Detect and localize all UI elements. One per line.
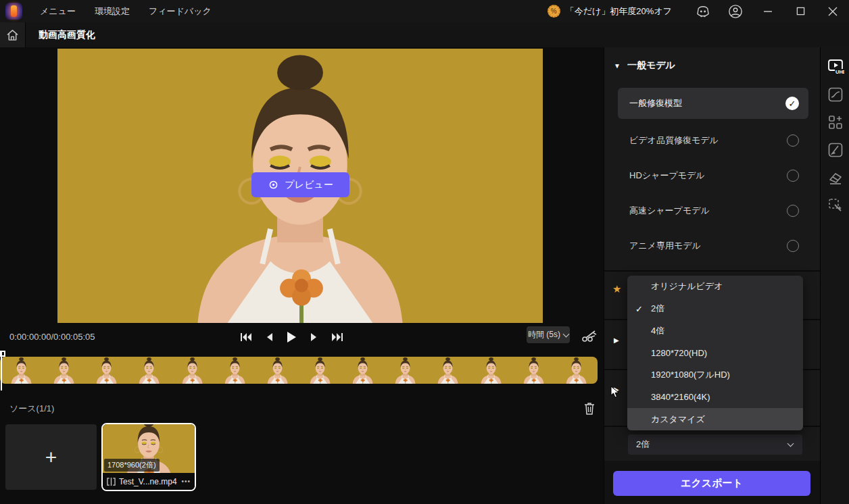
radio-icon (787, 134, 799, 147)
rail-video-enhance-icon[interactable]: UHD (827, 58, 844, 76)
model-label: HDシャープモデル (629, 170, 705, 182)
dropdown-option-label: 1280*720(HD) (651, 348, 707, 358)
dropdown-option-original[interactable]: オリジナルビデオ (627, 276, 803, 298)
model-option-hd-sharp[interactable]: HDシャープモデル (618, 162, 808, 189)
collapsed-section-arrow-icon[interactable]: ▶ (614, 336, 619, 344)
source-filename: Test_V...ne.mp4 (119, 477, 177, 486)
app-logo-icon (5, 3, 22, 20)
source-thumbnail: 1708*960(2倍) (103, 424, 195, 473)
model-option-video-quality[interactable]: ビデオ品質修復モデル (618, 127, 808, 154)
discount-badge-icon: % (548, 5, 560, 18)
prev-frame-button[interactable] (266, 332, 273, 342)
settings-menu-button[interactable]: 環境設定 (85, 5, 139, 18)
dropdown-option-2x[interactable]: ✓2倍 (627, 298, 803, 320)
maximize-button[interactable] (792, 3, 808, 20)
resolution-dropdown-menu: オリジナルビデオ ✓2倍 4倍 1280*720(HD) 1920*1080(フ… (627, 276, 803, 430)
dropdown-option-label: 3840*2160(4K) (651, 392, 710, 402)
delete-source-button[interactable] (583, 401, 598, 416)
account-icon[interactable] (727, 3, 744, 20)
dropdown-option-4k[interactable]: 3840*2160(4K) (627, 386, 803, 409)
rail-eraser-icon[interactable] (827, 169, 844, 186)
dropdown-option-label: 1920*1080(フルHD) (651, 369, 730, 381)
timeline-filmstrip[interactable] (0, 357, 598, 384)
feedback-menu-button[interactable]: フィードバック (139, 5, 221, 18)
model-label: アニメ専用モデル (629, 240, 701, 252)
next-frame-button[interactable] (310, 332, 318, 342)
skip-start-button[interactable] (240, 332, 252, 342)
model-option-general-repair[interactable]: 一般修復模型 ✓ (618, 88, 808, 119)
svg-text:UHD: UHD (835, 69, 844, 75)
mouse-cursor (610, 386, 620, 398)
trim-scissors-button[interactable] (580, 327, 599, 345)
transport-controls (240, 323, 343, 351)
app-window: メニュー 環境設定 フィードバック % 「今だけ」初年度20%オフ (0, 0, 849, 504)
timecode: 0:00:00:00/0:00:05:05 (9, 323, 95, 351)
home-button[interactable] (0, 22, 26, 47)
interval-dropdown[interactable]: 時間 (5s) (527, 326, 570, 343)
plus-icon: + (45, 446, 57, 469)
skip-end-button[interactable] (331, 332, 343, 342)
dropdown-option-720p[interactable]: 1280*720(HD) (627, 342, 803, 364)
model-option-anime[interactable]: アニメ専用モデル (618, 232, 808, 259)
rail-colorize-icon[interactable] (827, 141, 844, 159)
more-options-icon[interactable]: ••• (181, 478, 191, 485)
divider (604, 270, 821, 272)
scale-select-value: 2倍 (636, 438, 650, 451)
preview-button-label: プレビュー (285, 179, 333, 191)
model-label: ビデオ品質修復モデル (629, 134, 719, 147)
feature-rail: UHD (820, 47, 849, 504)
rail-frame-interpolation-icon[interactable] (827, 114, 844, 131)
menu-button[interactable]: メニュー (30, 5, 85, 18)
check-icon: ✓ (635, 304, 643, 314)
export-button[interactable]: エクスポート (613, 471, 810, 496)
dropdown-option-custom[interactable]: カスタマイズ (627, 408, 803, 430)
chevron-down-icon (787, 440, 794, 447)
play-button[interactable] (287, 331, 297, 343)
radio-icon (787, 240, 799, 252)
dropdown-option-label: 2倍 (651, 303, 664, 315)
model-option-fast-sharp[interactable]: 高速シャープモデル (618, 197, 808, 224)
model-section-header[interactable]: ▼ 一般モデル (614, 59, 675, 72)
dropdown-option-4x[interactable]: 4倍 (627, 320, 803, 342)
promo-banner[interactable]: % 「今だけ」初年度20%オフ (548, 5, 672, 18)
discord-icon[interactable] (695, 3, 711, 20)
add-source-button[interactable]: + (5, 424, 97, 490)
radio-icon (787, 170, 799, 182)
model-label: 一般修復模型 (629, 97, 682, 109)
title-bar: メニュー 環境設定 フィードバック % 「今だけ」初年度20%オフ (0, 0, 849, 22)
playhead-handle[interactable] (0, 351, 5, 357)
promo-text: 「今だけ」初年度20%オフ (566, 5, 672, 18)
interval-label: 時間 (5s) (528, 329, 560, 341)
dropdown-option-1080p[interactable]: 1920*1080(フルHD) (627, 364, 803, 386)
source-item-selected[interactable]: 1708*960(2倍) Test_V...ne.mp4 ••• (101, 423, 196, 491)
star-icon: ★ (612, 283, 621, 295)
source-counter: ソース(1/1) (9, 403, 54, 415)
compare-icon (107, 478, 116, 486)
eye-icon (268, 180, 279, 189)
dropdown-option-label: カスタマイズ (651, 413, 705, 426)
minimize-button[interactable] (760, 3, 776, 20)
dropdown-option-label: オリジナルビデオ (651, 280, 723, 293)
chevron-down-icon (563, 330, 570, 337)
model-label: 高速シャープモデル (629, 205, 710, 217)
rail-smart-select-icon[interactable] (827, 197, 844, 214)
selected-check-icon: ✓ (785, 97, 799, 110)
model-section-title: 一般モデル (627, 59, 675, 72)
tab-bar: 動画高画質化 (0, 22, 849, 47)
resolution-badge: 1708*960(2倍) (104, 459, 160, 472)
preview-button[interactable]: プレビュー (251, 172, 349, 197)
tab-video-enhance[interactable]: 動画高画質化 (39, 29, 95, 41)
rail-curve-icon[interactable] (827, 86, 844, 103)
dropdown-option-label: 4倍 (651, 325, 664, 337)
radio-icon (787, 205, 799, 217)
scale-select[interactable]: 2倍 (628, 434, 802, 455)
close-button[interactable] (825, 3, 841, 20)
collapse-triangle-icon: ▼ (614, 62, 621, 70)
